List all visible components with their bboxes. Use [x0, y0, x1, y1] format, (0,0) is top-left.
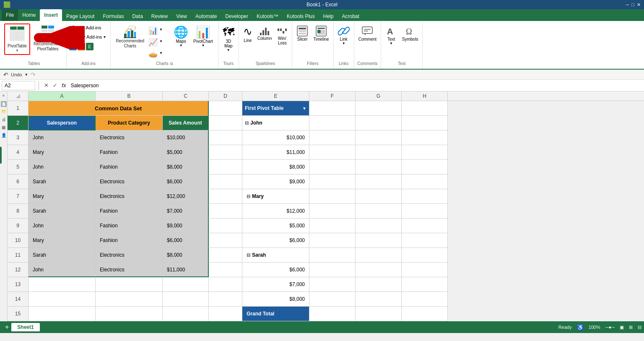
cell-h8[interactable]	[402, 204, 448, 219]
tab-help[interactable]: Help	[319, 12, 338, 21]
cell-e12-pivot[interactable]: $6,000	[242, 263, 309, 277]
cell-g4[interactable]	[356, 145, 402, 160]
tab-automate[interactable]: Automate	[191, 12, 221, 21]
cell-g10[interactable]	[356, 233, 402, 248]
sidebar-icon-print[interactable]: 🖨	[1, 117, 7, 123]
confirm-formula-icon[interactable]: ✓	[52, 82, 59, 89]
cell-h7[interactable]	[402, 189, 448, 204]
cell-e1-pivot-header[interactable]: First Pivot Table ▼	[242, 101, 309, 116]
undo-label[interactable]: Undo	[11, 72, 22, 77]
comment-button[interactable]: Comment	[357, 23, 378, 43]
sidebar-icon-table[interactable]: ▦	[1, 125, 7, 131]
minimize-btn[interactable]: ─	[626, 2, 629, 8]
cell-c4[interactable]: $5,000	[163, 145, 209, 160]
row-header-9[interactable]: 9	[8, 219, 28, 233]
tab-formulas[interactable]: Formulas	[99, 12, 128, 21]
column-sparkline-button[interactable]: Column	[256, 23, 273, 60]
cancel-formula-icon[interactable]: ✕	[43, 82, 50, 89]
col-header-e[interactable]: E	[242, 91, 309, 101]
cell-c10[interactable]: $6,000	[163, 233, 209, 248]
row-header-15[interactable]: 15	[8, 307, 28, 321]
line-chart-button[interactable]: 📈	[148, 37, 158, 48]
row-header-4[interactable]: 4	[8, 145, 28, 160]
symbols-button[interactable]: Ω Symbols	[400, 23, 420, 60]
cell-e14-pivot[interactable]: $8,000	[242, 292, 309, 307]
cell-c2[interactable]: Sales Amount	[163, 116, 209, 130]
tab-developer[interactable]: Developer	[221, 12, 252, 21]
cell-e5-pivot[interactable]: $8,000	[242, 160, 309, 174]
cell-b15[interactable]	[96, 307, 163, 321]
cell-b12[interactable]: Electronics	[96, 263, 163, 277]
cell-d14[interactable]	[209, 292, 242, 307]
insert-function-icon[interactable]: fx	[60, 83, 68, 89]
undo-icon[interactable]: ↶	[3, 71, 8, 78]
timeline-button[interactable]: Timeline	[312, 23, 330, 60]
cell-e8-pivot[interactable]: $12,000	[242, 204, 309, 219]
cell-f1[interactable]	[309, 101, 356, 116]
cell-f13[interactable]	[309, 277, 356, 292]
row-header-10[interactable]: 10	[8, 233, 28, 248]
cell-g12[interactable]	[356, 263, 402, 277]
cell-b8[interactable]: Fashion	[96, 204, 163, 219]
sheet-tab-sheet1[interactable]: Sheet1	[11, 323, 39, 331]
formula-input[interactable]: Salesperson	[69, 83, 642, 89]
tab-review[interactable]: Review	[147, 12, 172, 21]
row-header-11[interactable]: 11	[8, 248, 28, 263]
row-header-2[interactable]: 2	[8, 116, 28, 130]
cell-e3-pivot[interactable]: $10,000	[242, 130, 309, 145]
cell-d4[interactable]	[209, 145, 242, 160]
chart-dropdown2[interactable]: ▼	[159, 37, 170, 48]
cell-d3[interactable]	[209, 130, 242, 145]
cell-f10[interactable]	[309, 233, 356, 248]
text-button[interactable]: A Text ▼	[384, 23, 399, 60]
cell-h15[interactable]	[402, 307, 448, 321]
cell-g6[interactable]	[356, 174, 402, 189]
sidebar-icon-expand[interactable]: «	[1, 93, 7, 99]
cell-a15[interactable]	[29, 307, 96, 321]
cell-d12[interactable]	[209, 263, 242, 277]
col-header-d[interactable]: D	[209, 91, 242, 101]
tab-file[interactable]: File	[2, 9, 18, 21]
cell-b4[interactable]: Fashion	[96, 145, 163, 160]
view-normal-icon[interactable]: ▣	[620, 325, 624, 330]
cell-a3[interactable]: John	[29, 130, 96, 145]
tab-view[interactable]: View	[172, 12, 191, 21]
tab-insert[interactable]: Insert	[40, 9, 62, 21]
col-header-f[interactable]: F	[309, 91, 356, 101]
tab-data[interactable]: Data	[128, 12, 147, 21]
accessibility-icon[interactable]: ♿	[577, 324, 584, 331]
cell-c13[interactable]	[163, 277, 209, 292]
cell-h10[interactable]	[402, 233, 448, 248]
cell-g1[interactable]	[356, 101, 402, 116]
cell-d11[interactable]	[209, 248, 242, 263]
cell-a1[interactable]: Common Data Set	[29, 101, 209, 116]
cell-f12[interactable]	[309, 263, 356, 277]
recommended-pivottables-button[interactable]: RecommendedPivotTables	[32, 23, 64, 53]
chart-dropdown3[interactable]: ▼	[159, 49, 170, 60]
tab-kutools-plus[interactable]: Kutools Plus	[283, 12, 319, 21]
cell-g15[interactable]	[356, 307, 402, 321]
cell-a8[interactable]: Sarah	[29, 204, 96, 219]
col-header-a[interactable]: A	[29, 91, 96, 101]
cell-g14[interactable]	[356, 292, 402, 307]
cell-e7-pivot-mary[interactable]: ⊟ Mary	[242, 189, 309, 204]
cell-d6[interactable]	[209, 174, 242, 189]
cell-g11[interactable]	[356, 248, 402, 263]
cell-h4[interactable]	[402, 145, 448, 160]
pivot-table-button[interactable]: PivotTable ▼	[4, 23, 30, 55]
cell-d1[interactable]	[209, 101, 242, 116]
cell-d8[interactable]	[209, 204, 242, 219]
cell-h5[interactable]	[402, 160, 448, 174]
tab-kutools[interactable]: Kutools™	[252, 12, 283, 21]
zoom-slider[interactable]: ─●─	[605, 325, 615, 330]
cell-b11[interactable]: Electronics	[96, 248, 163, 263]
col-header-h[interactable]: H	[402, 91, 448, 101]
cell-c7[interactable]: $12,000	[163, 189, 209, 204]
charts-expand-button[interactable]: ⧉	[170, 62, 173, 66]
cell-d15[interactable]	[209, 307, 242, 321]
cell-h14[interactable]	[402, 292, 448, 307]
cell-d7[interactable]	[209, 189, 242, 204]
get-addins-button[interactable]: ✚ Get Add-ins	[69, 23, 108, 32]
cell-e6-pivot[interactable]: $9,000	[242, 174, 309, 189]
cell-h2[interactable]	[402, 116, 448, 130]
